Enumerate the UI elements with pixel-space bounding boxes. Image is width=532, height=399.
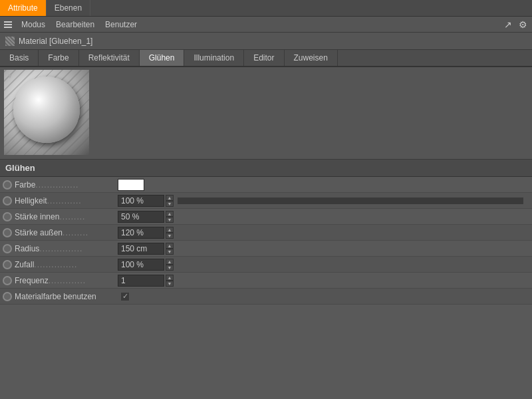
preview-arrow-icon: ▼ xyxy=(7,72,13,80)
sub-tab-zuweisen[interactable]: Zuweisen xyxy=(285,50,338,66)
spinner-up-staerke-aussen[interactable]: ▲ xyxy=(166,227,174,233)
menu-right-icons: ↗ ⚙ xyxy=(504,19,529,30)
sub-tab-farbe[interactable]: Farbe xyxy=(39,50,78,66)
prop-value-materialfarbe: ✓ xyxy=(118,292,529,301)
prop-label-staerke-aussen: Stärke außen......... xyxy=(15,228,118,237)
input-zufall[interactable] xyxy=(118,259,164,271)
spinner-down-radius[interactable]: ▼ xyxy=(166,249,174,255)
tab-attribute[interactable]: Attribute xyxy=(0,0,47,16)
material-header: Material [Gluehen_1] xyxy=(0,33,532,50)
prop-value-farbe xyxy=(118,179,529,191)
sub-tab-editor[interactable]: Editor xyxy=(244,50,284,66)
spinner-down-staerke-aussen[interactable]: ▼ xyxy=(166,233,174,239)
prop-label-radius: Radius............... xyxy=(15,244,118,253)
prop-indicator-helligkeit[interactable] xyxy=(3,196,12,205)
spinner-down-helligkeit[interactable]: ▼ xyxy=(166,201,174,207)
spinner-up-zufall[interactable]: ▲ xyxy=(166,259,174,265)
input-helligkeit[interactable] xyxy=(118,195,164,207)
tab-ebenen[interactable]: Ebenen xyxy=(47,0,90,16)
input-staerke-aussen[interactable] xyxy=(118,227,164,239)
preview-container: ▼ xyxy=(4,70,90,156)
properties-panel: Farbe............... Helligkeit.........… xyxy=(0,177,532,305)
preview-background xyxy=(4,70,89,155)
spinner-staerke-innen[interactable]: ▲ ▼ xyxy=(166,211,174,223)
preview-area: ▼ xyxy=(0,67,532,160)
prop-indicator-radius[interactable] xyxy=(3,244,12,253)
prop-label-zufall: Zufall............... xyxy=(15,260,118,269)
sub-tab-reflektivitaet[interactable]: Reflektivität xyxy=(79,50,140,66)
sub-tab-basis[interactable]: Basis xyxy=(0,50,39,66)
spinner-up-radius[interactable]: ▲ xyxy=(166,243,174,249)
menu-bar: Modus Bearbeiten Benutzer ↗ ⚙ xyxy=(0,17,532,33)
material-pattern-icon xyxy=(5,37,15,46)
prop-indicator-zufall[interactable] xyxy=(3,260,12,269)
prop-row-zufall: Zufall............... ▲ ▼ xyxy=(0,257,532,273)
spinner-frequenz[interactable]: ▲ ▼ xyxy=(166,275,174,287)
prop-value-staerke-innen: ▲ ▼ xyxy=(118,211,529,223)
prop-value-zufall: ▲ ▼ xyxy=(118,259,529,271)
sub-tab-gluehen[interactable]: Glühen xyxy=(140,50,185,66)
color-swatch-farbe[interactable] xyxy=(118,179,144,191)
prop-label-farbe: Farbe............... xyxy=(15,180,118,190)
search-icon[interactable]: ⚙ xyxy=(519,19,529,30)
menu-bearbeiten[interactable]: Bearbeiten xyxy=(51,19,100,31)
spinner-down-zufall[interactable]: ▼ xyxy=(166,265,174,271)
spinner-down-frequenz[interactable]: ▼ xyxy=(166,281,174,287)
prop-indicator-staerke-aussen[interactable] xyxy=(3,228,12,237)
spinner-radius[interactable]: ▲ ▼ xyxy=(166,243,174,255)
prop-indicator-materialfarbe[interactable] xyxy=(3,292,12,301)
prop-value-frequenz: ▲ ▼ xyxy=(118,275,529,287)
bar-helligkeit xyxy=(178,198,523,204)
input-frequenz[interactable] xyxy=(118,275,164,287)
spinner-up-staerke-innen[interactable]: ▲ xyxy=(166,211,174,217)
checkbox-materialfarbe[interactable]: ✓ xyxy=(120,292,130,301)
prop-indicator-staerke-innen[interactable] xyxy=(3,212,12,221)
spinner-helligkeit[interactable]: ▲ ▼ xyxy=(166,195,174,207)
prop-label-helligkeit: Helligkeit............ xyxy=(15,196,118,205)
material-title: Material [Gluehen_1] xyxy=(19,37,92,46)
arrow-cursor-icon[interactable]: ↗ xyxy=(504,19,515,30)
input-staerke-innen[interactable] xyxy=(118,211,164,223)
grid-icon xyxy=(3,19,13,30)
spinner-up-helligkeit[interactable]: ▲ xyxy=(166,195,174,201)
menu-modus[interactable]: Modus xyxy=(16,19,51,31)
spinner-up-frequenz[interactable]: ▲ xyxy=(166,275,174,281)
prop-value-staerke-aussen: ▲ ▼ xyxy=(118,227,529,239)
prop-value-radius: ▲ ▼ xyxy=(118,243,529,255)
section-header-gluehen: Glühen xyxy=(0,160,532,177)
sub-tab-illumination[interactable]: Illumination xyxy=(184,50,244,66)
prop-row-radius: Radius............... ▲ ▼ xyxy=(0,241,532,257)
input-radius[interactable] xyxy=(118,243,164,255)
prop-row-staerke-innen: Stärke innen......... ▲ ▼ xyxy=(0,209,532,225)
prop-label-frequenz: Frequenz............. xyxy=(15,276,118,285)
prop-row-staerke-aussen: Stärke außen......... ▲ ▼ xyxy=(0,225,532,241)
spinner-zufall[interactable]: ▲ ▼ xyxy=(166,259,174,271)
top-tab-bar: Attribute Ebenen xyxy=(0,0,532,17)
prop-label-materialfarbe: Materialfarbe benutzen xyxy=(15,292,118,301)
spinner-staerke-aussen[interactable]: ▲ ▼ xyxy=(166,227,174,239)
prop-indicator-frequenz[interactable] xyxy=(3,276,12,285)
prop-row-frequenz: Frequenz............. ▲ ▼ xyxy=(0,273,532,289)
prop-value-helligkeit: ▲ ▼ xyxy=(118,195,529,207)
prop-row-materialfarbe: Materialfarbe benutzen ✓ xyxy=(0,289,532,305)
sub-tab-bar: Basis Farbe Reflektivität Glühen Illumin… xyxy=(0,50,532,67)
prop-indicator-farbe[interactable] xyxy=(3,180,12,190)
prop-row-farbe: Farbe............... xyxy=(0,177,532,193)
menu-benutzer[interactable]: Benutzer xyxy=(100,19,142,31)
prop-row-helligkeit: Helligkeit............ ▲ ▼ xyxy=(0,193,532,209)
prop-label-staerke-innen: Stärke innen......... xyxy=(15,212,118,221)
spinner-down-staerke-innen[interactable]: ▼ xyxy=(166,217,174,223)
preview-sphere xyxy=(13,76,80,143)
